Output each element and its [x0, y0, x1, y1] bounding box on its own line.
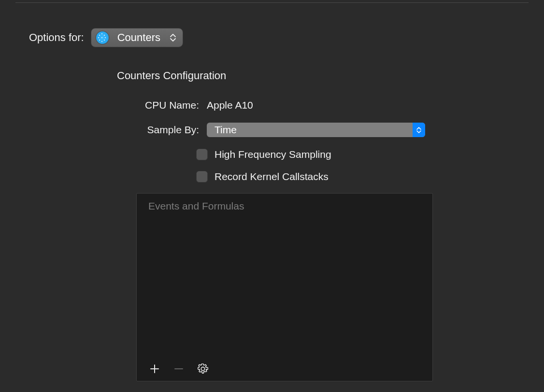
instrument-selector[interactable]: Counters	[91, 28, 183, 47]
sample-by-label: Sample By:	[29, 124, 207, 136]
record-kernel-callstacks-checkbox[interactable]	[196, 171, 208, 182]
gear-icon	[198, 364, 208, 374]
sample-by-select[interactable]: Time	[207, 123, 425, 137]
minus-icon	[174, 364, 184, 374]
add-event-button[interactable]	[148, 363, 161, 375]
plus-icon	[150, 364, 159, 374]
record-kernel-callstacks-label: Record Kernel Callstacks	[215, 171, 329, 182]
counters-icon	[96, 31, 109, 44]
divider	[15, 2, 529, 3]
high-frequency-sampling-checkbox[interactable]	[196, 149, 208, 160]
events-placeholder: Events and Formulas	[148, 200, 244, 212]
updown-arrows-icon	[168, 28, 178, 47]
events-and-formulas-list: Events and Formulas	[136, 193, 433, 381]
sample-by-value: Time	[207, 124, 237, 136]
cpu-name-label: CPU Name:	[29, 99, 207, 111]
section-title: Counters Configuration	[117, 70, 530, 82]
select-arrows-icon	[413, 123, 425, 137]
instrument-selector-label: Counters	[117, 31, 161, 44]
cpu-name-value: Apple A10	[207, 99, 253, 111]
options-for-label: Options for:	[29, 31, 84, 44]
high-frequency-sampling-label: High Frequency Sampling	[215, 149, 331, 160]
remove-event-button[interactable]	[172, 363, 185, 375]
configure-event-button[interactable]	[197, 363, 209, 375]
